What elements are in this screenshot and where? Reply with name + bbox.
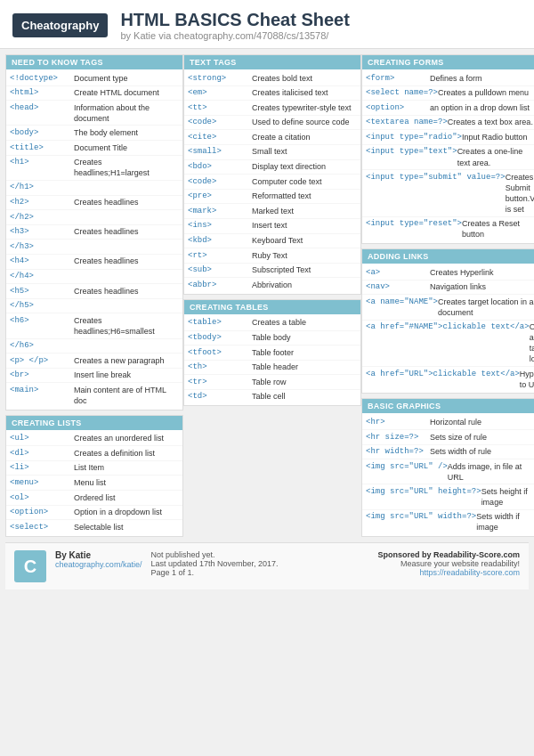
list-item: </h6> bbox=[6, 339, 182, 354]
section-creating-forms-header: CREATING FORMS bbox=[362, 55, 534, 69]
list-item: <li>List Item bbox=[6, 461, 182, 476]
section-creating-tables: CREATING TABLES <table>Creates a table <… bbox=[183, 299, 361, 407]
section-creating-forms-body: <form>Defines a form <select name=?>Crea… bbox=[362, 69, 534, 243]
section-creating-tables-header: CREATING TABLES bbox=[184, 300, 360, 314]
section-text-tags: TEXT TAGS <strong>Creates bold text <em>… bbox=[183, 54, 361, 295]
logo: Cheatography bbox=[12, 13, 108, 37]
list-item: <hr>Horizontal rule bbox=[362, 415, 534, 430]
list-item: <p> </p>Creates a new paragraph bbox=[6, 354, 182, 369]
section-text-tags-body: <strong>Creates bold text <em>Creates it… bbox=[184, 69, 360, 294]
list-item: </h4> bbox=[6, 270, 182, 285]
list-item: <tt>Creates typewriter-style text bbox=[184, 101, 360, 116]
list-item: <hr width=?>Sets width of rule bbox=[362, 445, 534, 460]
list-item: <tbody>Table body bbox=[184, 331, 360, 346]
list-item: <input type="reset">Creates a Reset butt… bbox=[362, 217, 534, 241]
list-item: <abbr>Abbrivation bbox=[184, 278, 360, 292]
section-need-to-know-header: NEED TO KNOW TAGS bbox=[6, 55, 182, 69]
column-2: TEXT TAGS <strong>Creates bold text <em>… bbox=[183, 54, 361, 537]
page-title: HTML BASICS Cheat Sheet bbox=[120, 9, 349, 30]
author-name: By Katie bbox=[55, 550, 142, 560]
list-item: <nav>Navigation links bbox=[362, 280, 534, 296]
list-item: <h5>Creates headlines bbox=[6, 284, 182, 299]
list-item: <h4>Creates headlines bbox=[6, 255, 182, 270]
section-creating-lists-body: <ul>Creates an unordered list <dl>Create… bbox=[6, 430, 182, 536]
list-item: <code>Computer code text bbox=[184, 175, 360, 190]
column-3: CREATING FORMS <form>Defines a form <sel… bbox=[361, 54, 534, 537]
list-item: <input type="submit" value=?>Creates a S… bbox=[362, 170, 534, 217]
list-item: <rt>Ruby Text bbox=[184, 248, 360, 264]
list-item: <select>Selectable list bbox=[6, 520, 182, 534]
list-item: <tfoot>Table footer bbox=[184, 345, 360, 361]
list-item: <a href="URL">clickable text</a>Hyperlin… bbox=[362, 367, 534, 391]
list-item: <input type="text">Creates a one-line te… bbox=[362, 145, 534, 170]
section-adding-links-body: <a>Creates Hyperlink <nav>Navigation lin… bbox=[362, 264, 534, 393]
list-item: <kbd>Keyboard Text bbox=[184, 234, 360, 249]
section-basic-graphics-body: <hr>Horizontal rule <hr size=?>Sets size… bbox=[362, 413, 534, 536]
list-item: <h1>Creates headlines;H1=largest bbox=[6, 156, 182, 181]
page-header: Cheatography HTML BASICS Cheat Sheet by … bbox=[0, 0, 534, 49]
list-item: <cite>Create a citation bbox=[184, 130, 360, 145]
list-item: </h3> bbox=[6, 240, 182, 255]
footer-sponsor: Sponsored by Readability-Score.com Measu… bbox=[377, 550, 520, 577]
list-item: <h3>Creates headlines bbox=[6, 225, 182, 240]
list-item: <main>Main content are of HTML doc bbox=[6, 383, 182, 407]
list-item: <br>Insert line break bbox=[6, 369, 182, 384]
list-item: <pre>Reformatted text bbox=[184, 190, 360, 205]
list-item: <menu>Menu list bbox=[6, 476, 182, 491]
list-item: <em>Creates italicised text bbox=[184, 86, 360, 102]
header-subtitle: by Katie via cheatography.com/47088/cs/1… bbox=[120, 30, 349, 41]
section-creating-forms: CREATING FORMS <form>Defines a form <sel… bbox=[361, 54, 534, 244]
list-item: <td>Table cell bbox=[184, 390, 360, 404]
list-item: <img src="URL" width=?>Sets width if ima… bbox=[362, 510, 534, 534]
list-item: <ins>Insert text bbox=[184, 219, 360, 234]
list-item: <bdo>Display text direction bbox=[184, 160, 360, 175]
list-item: <option>Option in a dropdown list bbox=[6, 506, 182, 521]
list-item: <select name=?>Creates a pulldown menu bbox=[362, 86, 534, 102]
section-adding-links: ADDING LINKS <a>Creates Hyperlink <nav>N… bbox=[361, 248, 534, 394]
list-item: <ol>Ordered list bbox=[6, 491, 182, 506]
sponsor-desc: Measure your website readability! bbox=[377, 559, 520, 568]
section-adding-links-header: ADDING LINKS bbox=[362, 249, 534, 264]
list-item: <th>Table header bbox=[184, 361, 360, 376]
list-item: </h2> bbox=[6, 210, 182, 225]
list-item: <textarea name=?>Creates a text box area… bbox=[362, 116, 534, 131]
section-creating-tables-body: <table>Creates a table <tbody>Table body… bbox=[184, 314, 360, 406]
list-item: <hr size=?>Sets size of rule bbox=[362, 430, 534, 445]
main-grid: NEED TO KNOW TAGS <!doctype>Document typ… bbox=[0, 49, 534, 542]
footer-logo: C bbox=[14, 550, 46, 582]
section-text-tags-header: TEXT TAGS bbox=[184, 55, 360, 69]
not-published: Not published yet. bbox=[150, 550, 368, 559]
last-updated: Last updated 17th November, 2017. bbox=[150, 559, 368, 568]
section-need-to-know-body: <!doctype>Document type <html>Create HTM… bbox=[6, 69, 182, 410]
list-item: <mark>Marked text bbox=[184, 204, 360, 219]
list-item: <dl>Creates a definition list bbox=[6, 446, 182, 461]
section-basic-graphics-header: BASIC GRAPHICS bbox=[362, 399, 534, 413]
section-creating-lists: CREATING LISTS <ul>Creates an unordered … bbox=[5, 415, 183, 537]
page-info: Page 1 of 1. bbox=[150, 568, 368, 577]
column-1: NEED TO KNOW TAGS <!doctype>Document typ… bbox=[5, 54, 183, 537]
footer: C By Katie cheatography.com/katie/ Not p… bbox=[5, 542, 529, 589]
list-item: <a name="NAME">Creates target location i… bbox=[362, 295, 534, 320]
list-item: <form>Defines a form bbox=[362, 71, 534, 86]
list-item: <html>Create HTML document bbox=[6, 86, 182, 102]
list-item: <small>Small text bbox=[184, 145, 360, 160]
list-item: <a>Creates Hyperlink bbox=[362, 265, 534, 280]
list-item: <h6>Creates headlines;H6=smallest bbox=[6, 313, 182, 338]
list-item: </h1> bbox=[6, 181, 182, 196]
list-item: <img src="URL" height=?>Sets height if i… bbox=[362, 484, 534, 509]
list-item: <tr>Table row bbox=[184, 375, 360, 390]
list-item: <a href="#NAME">clickable text</a>Create… bbox=[362, 321, 534, 368]
sponsor-url[interactable]: https://readability-score.com bbox=[377, 568, 520, 577]
footer-author: By Katie cheatography.com/katie/ bbox=[55, 550, 142, 569]
list-item: <option>an option in a drop down list bbox=[362, 101, 534, 116]
list-item: <!doctype>Document type bbox=[6, 71, 182, 86]
list-item: <title>Document Title bbox=[6, 141, 182, 156]
author-url[interactable]: cheatography.com/katie/ bbox=[55, 560, 142, 569]
list-item: </h5> bbox=[6, 299, 182, 314]
section-need-to-know: NEED TO KNOW TAGS <!doctype>Document typ… bbox=[5, 54, 183, 411]
list-item: <sub>Subscripted Text bbox=[184, 264, 360, 279]
footer-info: Not published yet. Last updated 17th Nov… bbox=[150, 550, 368, 577]
section-creating-lists-header: CREATING LISTS bbox=[6, 416, 182, 430]
list-item: <body>The body element bbox=[6, 126, 182, 141]
list-item: <strong>Creates bold text bbox=[184, 71, 360, 86]
